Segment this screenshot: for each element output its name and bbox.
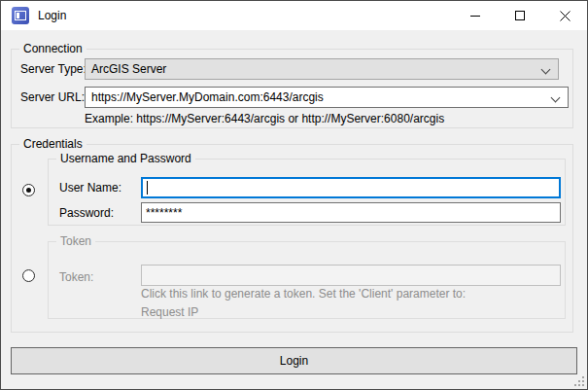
titlebar[interactable]: Login — [1, 1, 587, 30]
login-button[interactable]: Login — [11, 347, 577, 374]
server-url-label: Server URL: — [20, 90, 85, 104]
token-label: Token: — [59, 270, 93, 284]
app-form-icon — [12, 7, 29, 24]
server-url-example: Example: https://MyServer:6443/arcgis or… — [85, 112, 444, 125]
credentials-group-label: Credentials — [19, 137, 86, 151]
close-icon — [560, 11, 571, 21]
username-input-wrap — [141, 177, 561, 198]
password-label: Password: — [59, 206, 114, 220]
text-cursor — [147, 181, 148, 195]
connection-group: Connection Server Type: ArcGIS Server Se… — [11, 49, 573, 128]
token-group: Token Token: Click this link to generate… — [48, 241, 566, 319]
login-button-label: Login — [280, 354, 308, 368]
app-form-icon-bar — [17, 13, 19, 18]
dialog-body: Connection Server Type: ArcGIS Server Se… — [1, 30, 587, 389]
chevron-down-icon — [551, 93, 561, 103]
token-help-text: Click this link to generate a token. Set… — [141, 287, 466, 301]
minimize-button[interactable] — [453, 1, 498, 30]
login-dialog: Login Connection Server Type: ArcGIS S — [0, 0, 588, 390]
chevron-down-icon — [541, 65, 551, 75]
close-button[interactable] — [542, 1, 587, 30]
password-input-wrap — [141, 202, 561, 223]
maximize-icon — [515, 11, 525, 20]
credentials-group: Credentials Username and Password User N… — [11, 144, 573, 333]
server-url-combobox[interactable]: https://MyServer.MyDomain.com:6443/arcgi… — [85, 87, 569, 108]
token-request-ip-link[interactable]: Request IP — [141, 305, 198, 319]
server-url-value: https://MyServer.MyDomain.com:6443/arcgi… — [91, 90, 324, 104]
token-input-wrap — [141, 265, 561, 286]
app-form-icon-inner — [15, 11, 26, 20]
username-password-radio[interactable] — [22, 184, 35, 196]
password-input[interactable] — [141, 202, 561, 223]
minimize-icon — [470, 11, 480, 20]
token-group-label: Token — [56, 234, 95, 248]
username-label: User Name: — [59, 181, 121, 195]
resize-grip-dots — [582, 384, 584, 386]
username-password-group: Username and Password User Name: Passwor… — [48, 159, 566, 226]
token-input — [141, 265, 561, 286]
server-type-label: Server Type: — [20, 62, 86, 76]
window-title: Login — [38, 9, 66, 22]
username-password-group-label: Username and Password — [56, 152, 195, 165]
token-radio[interactable] — [22, 269, 35, 282]
resize-grip[interactable] — [573, 375, 584, 386]
username-input[interactable] — [141, 177, 561, 198]
maximize-button[interactable] — [498, 1, 542, 30]
connection-group-label: Connection — [19, 42, 86, 55]
server-type-dropdown[interactable]: ArcGIS Server — [85, 58, 559, 80]
server-type-value: ArcGIS Server — [91, 62, 166, 76]
